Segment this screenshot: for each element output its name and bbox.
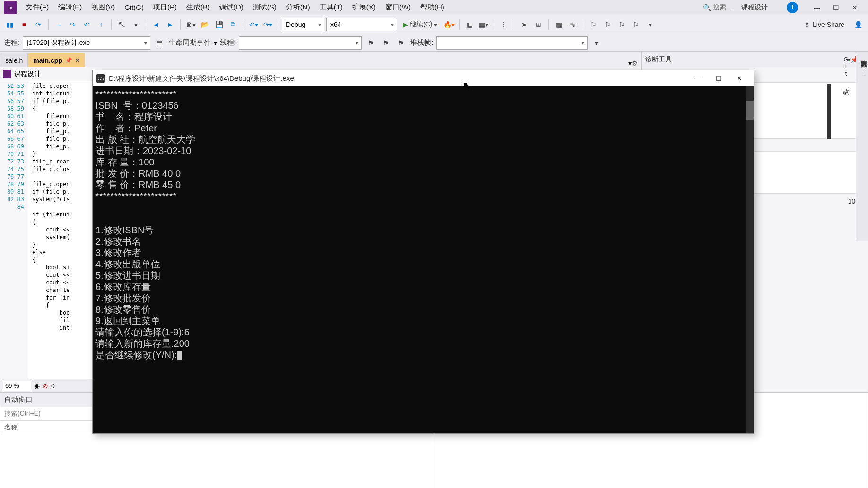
auto-window-title: 自动窗口 — [4, 395, 33, 404]
account-icon[interactable]: 👤 — [852, 18, 864, 31]
share-icon: ⇪ — [804, 21, 810, 28]
config-combo[interactable]: Debug — [282, 18, 324, 31]
menu-extensions[interactable]: 扩展(X) — [347, 1, 381, 14]
bookmark-prev-icon[interactable]: ⚐ — [601, 18, 614, 31]
side-toolbar: 解决方案资源管... Git 更改 — [856, 52, 868, 241]
line-number-gutter: 52 53 54 55 56 57 58 59 60 61 62 63 64 6… — [0, 81, 28, 379]
issues-icon[interactable]: ◉ — [34, 382, 40, 390]
nav-fwd-icon[interactable]: ► — [164, 18, 176, 31]
lifecycle-label: 生命周期事件 — [168, 38, 211, 47]
hot-reload-icon[interactable]: 🔥▾ — [443, 18, 455, 31]
menu-help[interactable]: 帮助(H) — [416, 1, 449, 14]
minimize-button[interactable]: — — [807, 1, 826, 14]
search-placeholder: 搜索... — [713, 3, 732, 12]
col-name-header[interactable]: 名称 — [4, 423, 17, 432]
auto-window-body[interactable] — [0, 434, 434, 488]
console-maximize-button[interactable]: ☐ — [708, 71, 729, 86]
tb-icon-e[interactable]: ▥ — [553, 18, 565, 31]
maximize-button[interactable]: ☐ — [826, 1, 845, 14]
save-icon[interactable]: 💾 — [213, 18, 225, 31]
cursor-icon[interactable]: ➤ — [518, 18, 530, 31]
flag-icon[interactable]: ⚑ — [365, 37, 377, 49]
console-scroll-thumb[interactable] — [746, 101, 754, 120]
toolbar-overflow-icon[interactable]: ▾ — [644, 18, 656, 31]
step-into-icon[interactable]: → — [52, 18, 65, 31]
menu-test[interactable]: 测试(S) — [248, 1, 281, 14]
pin-icon[interactable]: 📌 — [65, 57, 72, 64]
tab-label: sale.h — [5, 57, 23, 64]
lifecycle-icon[interactable]: ▦ — [153, 37, 165, 49]
console-output[interactable]: ********************** ISBN 号：0123456 书 … — [93, 86, 754, 433]
notifications-badge[interactable]: 1 — [787, 2, 798, 13]
git-changes-tab[interactable]: Git 更改 — [842, 56, 850, 237]
console-icon: C:\ — [96, 74, 105, 83]
menu-edit[interactable]: 编辑(E) — [53, 1, 87, 14]
gear-icon[interactable]: ⚙ — [632, 60, 638, 67]
bookmark-next-icon[interactable]: ⚐ — [616, 18, 628, 31]
tab-sale-h[interactable]: sale.h — [0, 53, 28, 67]
tb-icon-c[interactable]: ⋮ — [498, 18, 510, 31]
menu-analyze[interactable]: 分析(N) — [281, 1, 315, 14]
menu-view[interactable]: 视图(V) — [87, 1, 120, 14]
save-all-icon[interactable]: ⧉ — [227, 18, 239, 31]
close-button[interactable]: ✕ — [845, 1, 864, 14]
process-label: 进程: — [4, 38, 20, 47]
flag-next-icon[interactable]: ⚑ — [395, 37, 407, 49]
stop-button[interactable]: ■ — [18, 18, 30, 31]
tb-icon-d[interactable]: ⊞ — [532, 18, 545, 31]
bookmark-icon[interactable]: ⚐ — [587, 18, 599, 31]
console-title-text: D:\程序设计\新建文件夹\课程设计\x64\Debug\课程设计.exe — [109, 74, 294, 83]
menu-project[interactable]: 项目(P) — [148, 1, 182, 14]
process-toolbar: 进程: [17920] 课程设计.exe ▦ 生命周期事件▾ 线程: ⚑ ⚑ ⚑… — [0, 34, 868, 52]
step-over-icon[interactable]: ↷ — [67, 18, 79, 31]
zoom-combo[interactable] — [3, 381, 31, 391]
menu-tools[interactable]: 工具(T) — [315, 1, 347, 14]
console-scrollbar[interactable] — [746, 86, 754, 433]
continue-button[interactable]: ▶继续(C)▾ — [399, 18, 441, 31]
bookmark-clear-icon[interactable]: ⚐ — [630, 18, 642, 31]
tb-icon-f[interactable]: ↹ — [567, 18, 579, 31]
search-box[interactable]: 🔍 搜索... — [703, 3, 732, 12]
step-out-icon[interactable]: ↶ — [81, 18, 93, 31]
live-share-button[interactable]: ⇪ Live Share — [804, 21, 844, 28]
menu-build[interactable]: 生成(B) — [182, 1, 215, 14]
console-titlebar[interactable]: C:\ D:\程序设计\新建文件夹\课程设计\x64\Debug\课程设计.ex… — [93, 70, 754, 86]
pause-button[interactable]: ▮▮ — [4, 18, 16, 31]
toolbar2-overflow-icon[interactable]: ▾ — [590, 37, 603, 49]
undo-icon[interactable]: ↶▾ — [247, 18, 260, 31]
continue-label: 继续(C) — [410, 20, 432, 29]
play-icon: ▶ — [403, 21, 408, 28]
console-minimize-button[interactable]: — — [687, 71, 708, 86]
step-up-icon[interactable]: ↑ — [95, 18, 107, 31]
restart-button[interactable]: ⟳ — [32, 18, 44, 31]
stackframe-combo[interactable] — [436, 36, 588, 50]
menu-git[interactable]: Git(G) — [120, 1, 148, 13]
console-window[interactable]: C:\ D:\程序设计\新建文件夹\课程设计\x64\Debug\课程设计.ex… — [92, 70, 754, 434]
platform-combo[interactable]: x64 — [326, 18, 397, 31]
nav-icon[interactable]: ⛏ — [115, 18, 128, 31]
menu-debug[interactable]: 调试(D) — [215, 1, 248, 14]
project-name[interactable]: 课程设计 — [14, 70, 41, 78]
nav-back-icon[interactable]: ◄ — [150, 18, 162, 31]
debug-toolbar: ▮▮ ■ ⟳ → ↷ ↶ ↑ ⛏ ▾ ◄ ► 🗎▾ 📂 💾 ⧉ ↶▾ ↷▾ De… — [0, 15, 868, 34]
thread-combo[interactable] — [239, 36, 362, 50]
menu-window[interactable]: 窗口(W) — [381, 1, 416, 14]
process-combo[interactable]: [17920] 课程设计.exe — [23, 36, 150, 50]
open-folder-icon[interactable]: 📂 — [199, 18, 211, 31]
diagnostics-title: 诊断工具 — [645, 55, 672, 64]
tb-icon-b[interactable]: ▦▾ — [477, 18, 490, 31]
tab-dropdown-icon[interactable]: ▾ — [628, 60, 632, 67]
file-tab-row: sale.h main.cpp 📌 ✕ ▾ ⚙ — [0, 52, 641, 67]
chevron-down-icon[interactable]: ▾ — [130, 18, 142, 31]
close-tab-icon[interactable]: ✕ — [75, 57, 80, 64]
new-file-icon[interactable]: 🗎▾ — [184, 18, 197, 31]
tab-label: main.cpp — [33, 57, 62, 64]
error-icon[interactable]: ⊘ — [43, 382, 48, 390]
redo-icon[interactable]: ↷▾ — [261, 18, 274, 31]
solution-explorer-tab[interactable]: 解决方案资源管... — [859, 56, 868, 237]
flag-prev-icon[interactable]: ⚑ — [380, 37, 392, 49]
tb-icon-a[interactable]: ▦ — [463, 18, 476, 31]
console-close-button[interactable]: ✕ — [729, 71, 750, 86]
tab-main-cpp[interactable]: main.cpp 📌 ✕ — [28, 53, 85, 67]
menu-file[interactable]: 文件(F) — [21, 1, 53, 14]
